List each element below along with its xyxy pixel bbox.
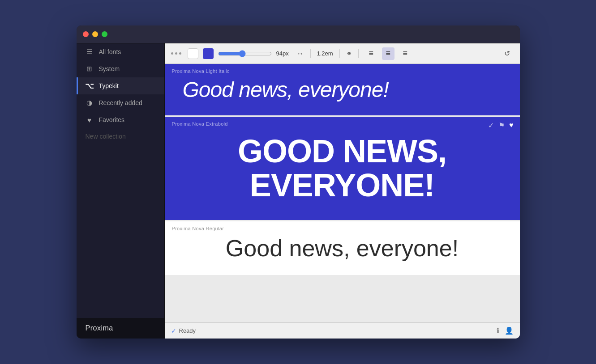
sidebar-item-system[interactable]: ⊞ System	[77, 60, 164, 77]
toolbar-separator-2	[339, 49, 340, 58]
system-icon: ⊞	[86, 65, 94, 73]
font-previews-container: Proxima Nova Light Italic Good news, eve…	[165, 64, 520, 322]
new-collection-item[interactable]: New collection	[77, 128, 164, 144]
dot-1	[171, 52, 173, 55]
sidebar-bottom-label: Proxima	[77, 318, 164, 339]
sidebar-item-label: All fonts	[99, 48, 121, 55]
statusbar: ✓ Ready ℹ 👤	[165, 322, 520, 339]
status-text: Ready	[179, 327, 196, 334]
traffic-lights	[83, 31, 107, 37]
info-icon[interactable]: ℹ	[497, 326, 499, 335]
font-card-regular: Proxima Nova Regular Good news, everyone…	[165, 221, 520, 275]
sidebar: ☰ All fonts ⊞ System ⌥ Typekit ◑ Recentl…	[77, 43, 165, 339]
sidebar-item-favorites[interactable]: ♥ Favorites	[77, 111, 164, 128]
toolbar: 94px ↔ 1.2em ⚭ ≡ ≡ ≡ ↺	[165, 43, 520, 64]
close-button[interactable]	[83, 31, 89, 37]
sidebar-item-recently-added[interactable]: ◑ Recently added	[77, 94, 164, 111]
clock-icon: ◑	[86, 99, 94, 107]
toolbar-separator-1	[310, 49, 311, 58]
sidebar-item-label: System	[99, 65, 120, 72]
minimize-button[interactable]	[92, 31, 98, 37]
toolbar-separator-3	[358, 49, 359, 58]
typekit-icon: ⌥	[86, 82, 94, 90]
app-window: ☰ All fonts ⊞ System ⌥ Typekit ◑ Recentl…	[77, 25, 520, 339]
heart-icon: ♥	[86, 116, 94, 124]
color-swatch-white[interactable]	[188, 48, 198, 59]
menu-icon: ☰	[86, 48, 94, 56]
align-center-button[interactable]: ≡	[382, 47, 394, 60]
sidebar-item-all-fonts[interactable]: ☰ All fonts	[77, 43, 164, 60]
sidebar-item-typekit[interactable]: ⌥ Typekit	[77, 77, 164, 94]
font-card-actions: ✓ ⚑ ♥	[488, 121, 514, 130]
align-right-button[interactable]: ≡	[399, 47, 412, 60]
toolbar-dots[interactable]	[171, 52, 181, 55]
font-size-slider[interactable]	[218, 50, 272, 57]
titlebar	[77, 25, 520, 43]
font-size-slider-container	[218, 50, 272, 57]
check-action-button[interactable]: ✓	[488, 121, 494, 130]
statusbar-right: ℹ 👤	[497, 326, 514, 335]
pin-action-button[interactable]: ⚑	[498, 121, 505, 130]
maximize-button[interactable]	[102, 31, 107, 37]
color-swatch-blue[interactable]	[203, 48, 214, 59]
font-card-light-italic: Proxima Nova Light Italic Good news, eve…	[165, 64, 520, 115]
align-left-button[interactable]: ≡	[365, 47, 377, 60]
letter-spacing-value: 1.2em	[317, 50, 333, 57]
font-card-extrabold: Proxima Nova Extrabold ✓ ⚑ ♥ GOOD NEWS, …	[165, 117, 520, 220]
link-icon[interactable]: ⚭	[346, 49, 352, 58]
letter-spacing-icon[interactable]: ↔	[297, 50, 304, 58]
sidebar-item-label: Favorites	[99, 116, 125, 123]
font-card-label-regular: Proxima Nova Regular	[172, 226, 224, 231]
font-preview-text-extrabold: GOOD NEWS, EVERYONE!	[165, 117, 520, 220]
heart-action-button[interactable]: ♥	[509, 121, 514, 130]
font-size-value: 94px	[276, 50, 292, 57]
dot-2	[175, 52, 177, 55]
font-card-label-light-italic: Proxima Nova Light Italic	[172, 68, 230, 74]
sidebar-item-label: Typekit	[99, 82, 119, 89]
font-card-label-extrabold: Proxima Nova Extrabold	[172, 121, 228, 127]
status-check-icon: ✓	[171, 327, 176, 334]
content-area: 94px ↔ 1.2em ⚭ ≡ ≡ ≡ ↺ Proxima Nova Ligh…	[165, 43, 520, 339]
dot-3	[179, 52, 181, 55]
sidebar-item-label: Recently added	[99, 99, 142, 106]
user-icon[interactable]: 👤	[505, 326, 514, 335]
new-collection-label: New collection	[86, 133, 126, 140]
refresh-button[interactable]: ↺	[501, 47, 514, 60]
main-layout: ☰ All fonts ⊞ System ⌥ Typekit ◑ Recentl…	[77, 43, 520, 339]
